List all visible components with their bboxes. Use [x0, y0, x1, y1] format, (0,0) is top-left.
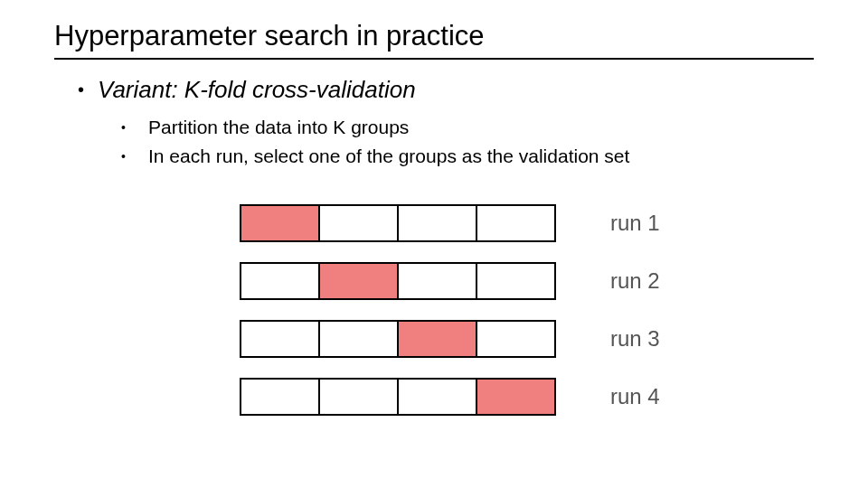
fold-cell-train: [241, 322, 320, 356]
fold-cell-train: [320, 322, 399, 356]
bullet-icon: •: [78, 76, 98, 103]
fold-bar: [240, 204, 556, 242]
run-label: run 1: [610, 211, 660, 236]
bullet-icon: •: [121, 145, 148, 168]
fold-cell-train: [399, 380, 477, 414]
fold-cell-train: [399, 206, 477, 240]
run-label: run 4: [610, 384, 660, 409]
bullet-list-level-1: • Variant: K-fold cross-validation: [54, 76, 814, 103]
kfold-run-row: run 4: [240, 378, 746, 416]
fold-cell-validation: [320, 264, 399, 298]
kfold-run-row: run 3: [240, 320, 746, 358]
list-item-text: In each run, select one of the groups as…: [148, 145, 629, 168]
slide-title: Hyperparameter search in practice: [54, 20, 814, 60]
fold-cell-validation: [241, 206, 320, 240]
fold-cell-train: [477, 206, 554, 240]
bullet-icon: •: [121, 116, 148, 139]
list-item: • Variant: K-fold cross-validation: [78, 76, 814, 103]
fold-cell-validation: [477, 380, 554, 414]
fold-cell-train: [320, 206, 399, 240]
fold-cell-train: [241, 264, 320, 298]
fold-cell-train: [399, 264, 477, 298]
fold-bar: [240, 378, 556, 416]
list-item-text: Variant: K-fold cross-validation: [98, 76, 416, 103]
run-label: run 3: [610, 326, 660, 352]
kfold-run-row: run 1: [240, 204, 746, 242]
fold-cell-validation: [399, 322, 477, 356]
fold-cell-train: [320, 380, 399, 414]
run-label: run 2: [610, 268, 660, 294]
fold-cell-train: [477, 264, 554, 298]
kfold-diagram: run 1 run 2 run 3: [240, 204, 746, 436]
list-item-text: Partition the data into K groups: [148, 116, 409, 139]
slide: Hyperparameter search in practice • Vari…: [0, 0, 868, 488]
kfold-run-row: run 2: [240, 262, 746, 300]
fold-cell-train: [241, 380, 320, 414]
fold-bar: [240, 320, 556, 358]
fold-cell-train: [477, 322, 554, 356]
fold-bar: [240, 262, 556, 300]
list-item: • Partition the data into K groups: [121, 116, 814, 139]
bullet-list-level-2: • Partition the data into K groups • In …: [54, 116, 814, 168]
list-item: • In each run, select one of the groups …: [121, 145, 814, 168]
